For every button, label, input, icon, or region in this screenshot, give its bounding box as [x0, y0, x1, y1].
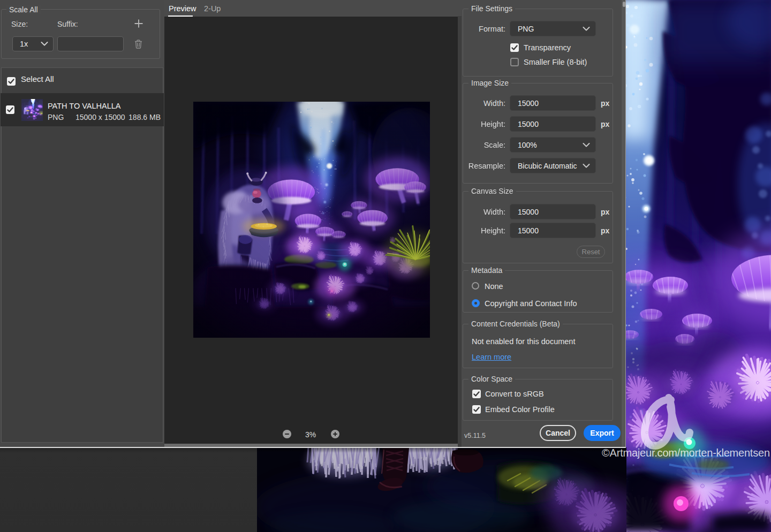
- svg-text:©Artmajeur.com/morten-klements: ©Artmajeur.com/morten-klementsen: [602, 447, 770, 459]
